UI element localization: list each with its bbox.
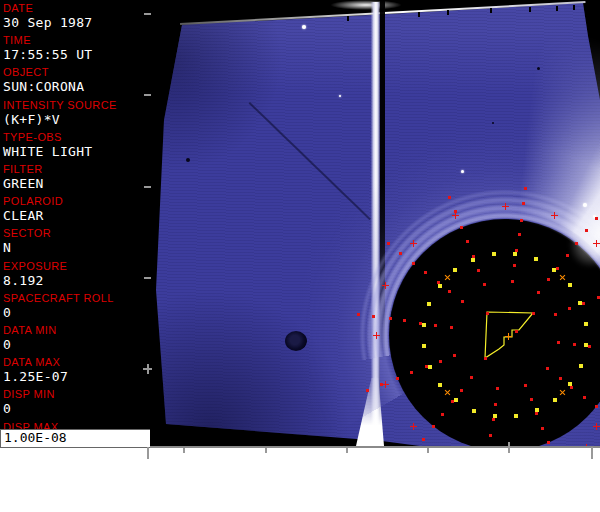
field-time: TIME17:55:55 UT [3,34,149,62]
field-label: DATA MAX [3,356,149,368]
field-value: N [3,240,149,255]
red-grid-dot [595,217,598,220]
red-grid-dot [357,313,360,316]
field-filter: FILTERGREEN [3,163,149,191]
red-plus-mark [593,240,600,247]
field-type-obs: TYPE-OBSWHITE LIGHT [3,131,149,159]
yellow-grid-dot [438,284,442,288]
yellow-grid-dot [471,258,475,262]
red-plus-mark [452,212,459,219]
red-grid-dot [547,441,550,444]
field-value: 17:55:55 UT [3,47,149,62]
field-sector: SECTORN [3,227,149,255]
field-disp-min: DISP MIN0 [3,388,149,416]
bottom-edge-tick [427,448,429,453]
red-grid-dot [477,269,480,272]
field-label: DISP MIN [3,388,149,400]
field-value: GREEN [3,176,149,191]
red-grid-dot [570,386,573,389]
field-value: 0 [3,337,149,352]
red-grid-dot [483,283,486,286]
red-grid-dot [472,255,475,258]
red-grid-dot [399,252,402,255]
red-grid-dot [566,254,569,257]
red-grid-dot [522,202,525,205]
field-label: DATE [3,2,149,14]
field-value: CLEAR [3,208,149,223]
bottom-edge-cross [508,442,510,453]
red-grid-dot [588,345,591,348]
red-grid-dot [450,326,453,329]
metadata-sidebar: DATE30 Sep 1987TIME17:55:55 UTOBJECTSUN:… [0,0,150,448]
smm-coronagraph-viewer: DATE30 Sep 1987TIME17:55:55 UTOBJECTSUN:… [0,0,600,512]
red-plus-mark [593,423,600,430]
field-spacecraft-roll: SPACECRAFT ROLL0 [3,292,149,320]
red-grid-dot [524,187,527,190]
image-canvas[interactable] [150,0,600,448]
yellow-grid-dot [422,344,426,348]
field-value: 1.25E-07 [3,369,149,384]
bottom-corner-tick [591,447,593,459]
red-grid-dot [366,389,369,392]
feature-center-plus [505,333,512,340]
red-grid-dot [582,302,585,305]
viewer-body: DATE30 Sep 1987TIME17:55:55 UTOBJECTSUN:… [0,0,600,448]
field-value: 30 Sep 1987 [3,15,149,30]
red-grid-dot [448,290,451,293]
field-label: SPACECRAFT ROLL [3,292,149,304]
red-grid-dot [530,398,533,401]
red-grid-dot [547,278,550,281]
orange-x-mark [443,387,453,397]
red-grid-dot [453,354,456,357]
red-grid-dot [448,196,451,199]
yellow-grid-dot [568,283,572,287]
field-label: INTENSITY SOURCE [3,99,149,111]
red-grid-dot [585,229,588,232]
red-grid-dot [583,396,586,399]
left-edge-tick [144,13,151,15]
yellow-grid-dot [534,257,538,261]
field-label: TYPE-OBS [3,131,149,143]
red-grid-dot [441,413,444,416]
field-data-min: DATA MIN0 [3,324,149,352]
annotation-marks [150,0,600,448]
red-grid-dot [575,242,578,245]
red-grid-dot [410,371,413,374]
red-grid-dot [451,400,454,403]
red-grid-dot [396,377,399,380]
bottom-edge-tick [265,448,267,453]
red-grid-dot [520,219,523,222]
red-grid-dot [518,233,521,236]
red-grid-dot [460,389,463,392]
bottom-edge-tick [346,448,348,453]
red-grid-dot [535,412,538,415]
field-label: OBJECT [3,66,149,78]
red-grid-dot [513,264,516,267]
red-grid-dot [432,425,435,428]
red-grid-dot [387,242,390,245]
field-data-max: DATA MAX1.25E-07 [3,356,149,384]
red-plus-mark [382,282,389,289]
red-grid-dot [372,315,375,318]
field-value: WHITE LIGHT [3,144,149,159]
red-grid-dot [412,262,415,265]
yellow-grid-dot [553,398,557,402]
red-plus-mark [382,381,389,388]
disp-max-value-field[interactable]: 1.00E-08 [0,429,156,448]
yellow-grid-dot [514,414,518,418]
yellow-grid-dot [584,322,588,326]
orange-x-mark [557,273,567,283]
left-edge-tick [144,94,151,96]
red-grid-dot [470,376,473,379]
red-grid-dot [461,300,464,303]
red-plus-mark [410,240,417,247]
field-value: 8.192 [3,273,149,288]
red-grid-dot [541,427,544,430]
red-grid-dot [537,291,540,294]
footer-strip: HAO SMM Coronagraph 063127191255 [0,448,600,512]
red-plus-mark [373,332,380,339]
field-object: OBJECTSUN:CORONA [3,66,149,94]
red-grid-dot [559,377,562,380]
red-grid-dot [573,343,576,346]
red-grid-dot [556,267,559,270]
